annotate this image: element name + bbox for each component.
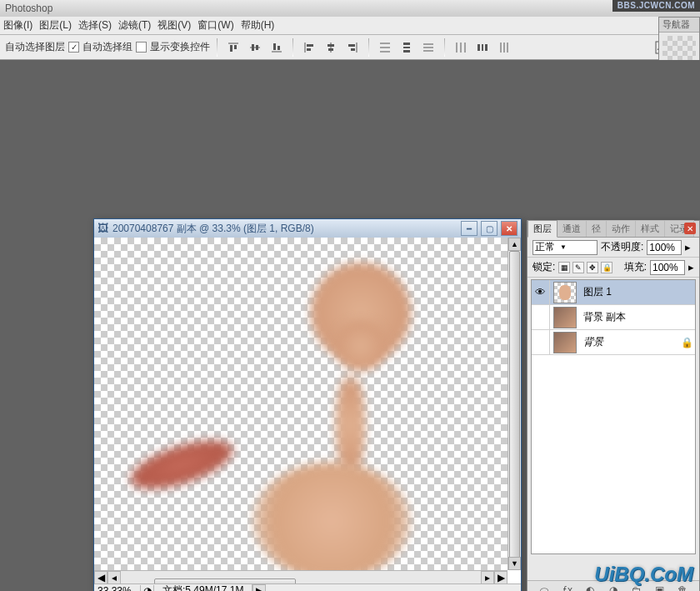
watermark: UiBQ.CoM xyxy=(594,563,693,586)
lock-position-icon[interactable]: ✥ xyxy=(587,262,598,273)
minimize-button[interactable]: ━ xyxy=(461,221,478,236)
menu-window[interactable]: 窗口(W) xyxy=(194,18,237,33)
status-icon[interactable]: ◔ xyxy=(141,585,154,592)
svg-rect-32 xyxy=(485,44,488,51)
tab-paths[interactable]: 径 xyxy=(586,220,607,237)
separator xyxy=(292,38,293,57)
link-layers-icon[interactable]: ⬭ xyxy=(537,583,552,592)
scroll-left-page-icon[interactable]: ◂ xyxy=(108,571,121,584)
scroll-up-icon[interactable]: ▲ xyxy=(508,238,521,251)
distribute-left-icon[interactable] xyxy=(452,38,470,57)
svg-rect-16 xyxy=(348,44,355,47)
svg-rect-21 xyxy=(403,43,410,45)
lock-all-icon[interactable]: 🔒 xyxy=(601,262,612,273)
svg-rect-14 xyxy=(328,48,333,51)
opacity-input[interactable]: 100% xyxy=(647,240,682,255)
tab-channels[interactable]: 通道 xyxy=(557,220,587,237)
app-title: Photoshop xyxy=(5,3,52,14)
svg-rect-4 xyxy=(252,44,254,51)
layer-name[interactable]: 背景 xyxy=(580,335,678,349)
zoom-input[interactable]: 33.33% xyxy=(94,585,141,592)
tab-layers[interactable]: 图层 xyxy=(528,220,558,238)
menu-filter[interactable]: 滤镜(T) xyxy=(115,18,154,33)
svg-rect-17 xyxy=(351,48,355,51)
panel-tabs: 图层 通道 径 动作 样式 记录 ✕ xyxy=(528,221,699,238)
opacity-arrow-icon[interactable]: ▸ xyxy=(685,242,691,253)
horizontal-scrollbar[interactable]: ◀ ◂ ▸ ▶ xyxy=(94,570,508,583)
close-button[interactable]: ✕ xyxy=(501,221,518,236)
source-badge: BBS.JCWCN.COM xyxy=(612,0,700,12)
align-bottom-icon[interactable] xyxy=(268,38,286,57)
opt-auto-select-group-check[interactable] xyxy=(68,42,79,53)
visibility-toggle[interactable] xyxy=(532,305,550,330)
svg-rect-30 xyxy=(478,44,480,51)
distribute-vcenter-icon[interactable] xyxy=(398,38,416,57)
svg-rect-31 xyxy=(482,44,483,51)
opt-auto-select-group-label: 自动选择组 xyxy=(82,40,132,54)
layer-thumbnail[interactable] xyxy=(553,332,577,353)
align-top-icon[interactable] xyxy=(224,38,242,57)
align-vcenter-icon[interactable] xyxy=(246,38,264,57)
distribute-bottom-icon[interactable] xyxy=(419,38,438,57)
visibility-toggle[interactable] xyxy=(532,330,550,355)
svg-rect-23 xyxy=(403,50,410,53)
panel-close-button[interactable]: ✕ xyxy=(684,223,696,234)
document-window: 🖼 20070408767 副本 @ 33.3% (图层 1, RGB/8) ━… xyxy=(93,218,522,591)
distribute-top-icon[interactable] xyxy=(376,38,394,57)
layer-row[interactable]: 背景 副本 xyxy=(532,305,695,330)
layers-panel: 图层 通道 径 动作 样式 记录 ✕ 正常▼ 不透明度: 100% ▸ 锁定: … xyxy=(527,220,700,591)
layer-thumbnail[interactable] xyxy=(553,307,577,328)
fill-label: 填充: xyxy=(624,260,647,274)
layer-style-icon[interactable]: ƒx xyxy=(560,583,575,592)
document-title: 20070408767 副本 @ 33.3% (图层 1, RGB/8) xyxy=(112,222,458,236)
fill-arrow-icon[interactable]: ▸ xyxy=(688,262,694,273)
svg-rect-10 xyxy=(307,44,313,47)
lock-transparent-icon[interactable]: ▦ xyxy=(558,262,570,273)
app-title-bar: Photoshop xyxy=(0,0,700,17)
fill-input[interactable]: 100% xyxy=(650,260,685,275)
tab-styles[interactable]: 样式 xyxy=(635,220,665,237)
align-hcenter-icon[interactable] xyxy=(322,38,340,57)
distribute-hcenter-icon[interactable] xyxy=(473,38,492,57)
layer-name[interactable]: 背景 副本 xyxy=(580,310,695,324)
scroll-down-icon[interactable]: ▼ xyxy=(508,557,521,570)
align-left-icon[interactable] xyxy=(300,38,318,57)
menu-bar: 图像(I) 图层(L) 选择(S) 滤镜(T) 视图(V) 窗口(W) 帮助(H… xyxy=(0,17,700,35)
layer-row[interactable]: 背景 🔒 xyxy=(532,330,695,355)
status-menu-icon[interactable]: ▶ xyxy=(252,584,266,592)
distribute-right-icon[interactable] xyxy=(495,38,513,57)
opt-show-transform-label: 显示变换控件 xyxy=(150,40,210,54)
scroll-right-page-icon[interactable]: ▸ xyxy=(481,571,494,584)
scroll-left-icon[interactable]: ◀ xyxy=(94,571,108,584)
tab-actions[interactable]: 动作 xyxy=(606,220,636,237)
menu-image[interactable]: 图像(I) xyxy=(0,18,36,33)
menu-select[interactable]: 选择(S) xyxy=(75,18,115,33)
visibility-toggle[interactable]: 👁 xyxy=(532,280,550,305)
menu-help[interactable]: 帮助(H) xyxy=(238,18,278,33)
svg-rect-2 xyxy=(234,45,237,49)
navigator-title: 导航器 xyxy=(659,18,699,33)
scroll-right-icon[interactable]: ▶ xyxy=(494,571,508,584)
opt-show-transform-check[interactable] xyxy=(136,42,147,53)
opt-auto-select-layer-label: 自动选择图层 xyxy=(5,40,65,54)
layer-row[interactable]: 👁 图层 1 xyxy=(532,280,695,305)
separator xyxy=(444,38,445,57)
align-right-icon[interactable] xyxy=(343,38,362,57)
menu-layer[interactable]: 图层(L) xyxy=(36,18,75,33)
document-title-bar[interactable]: 🖼 20070408767 副本 @ 33.3% (图层 1, RGB/8) ━… xyxy=(94,219,521,238)
lock-pixels-icon[interactable]: ✎ xyxy=(572,262,584,273)
workspace: 🖼 20070408767 副本 @ 33.3% (图层 1, RGB/8) ━… xyxy=(0,60,700,591)
eye-icon: 👁 xyxy=(535,287,546,298)
document-canvas[interactable] xyxy=(94,238,508,570)
svg-rect-5 xyxy=(256,45,258,50)
blend-opacity-row: 正常▼ 不透明度: 100% ▸ xyxy=(528,238,699,258)
blend-mode-select[interactable]: 正常▼ xyxy=(532,240,598,255)
svg-rect-13 xyxy=(328,44,334,47)
lock-label: 锁定: xyxy=(532,260,555,274)
menu-view[interactable]: 视图(V) xyxy=(154,18,194,33)
maximize-button[interactable]: ▢ xyxy=(481,221,498,236)
vertical-scrollbar[interactable]: ▲ ▼ xyxy=(508,238,521,570)
svg-rect-7 xyxy=(273,43,276,50)
layer-name[interactable]: 图层 1 xyxy=(580,285,695,299)
layer-thumbnail[interactable] xyxy=(553,282,577,303)
